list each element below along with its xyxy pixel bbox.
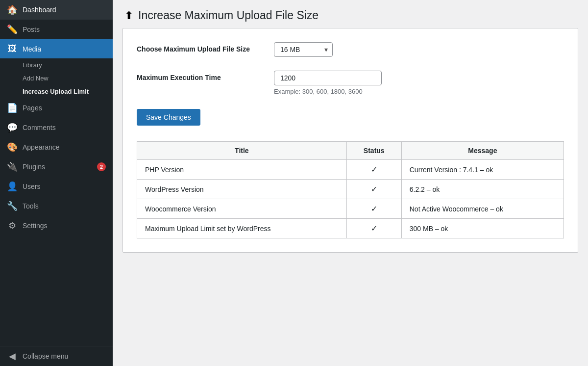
table-row: Maximum Upload Limit set by WordPress ✓ … [137,219,564,238]
sidebar-item-comments[interactable]: 💬 Comments [0,118,113,137]
collapse-menu-button[interactable]: ◀ Collapse menu [0,346,113,366]
active-indicator [109,45,113,53]
upload-size-field: 8 MB 16 MB 32 MB 64 MB 128 MB 256 MB [274,42,564,57]
exec-time-hint: Example: 300, 600, 1800, 3600 [274,88,564,95]
sidebar-item-label: Comments [23,124,106,131]
table-cell-status: ✓ [346,180,401,199]
content-area: Choose Maximum Upload File Size 8 MB 16 … [122,28,578,253]
users-icon: 👤 [7,181,18,192]
table-row: PHP Version ✓ Current Version : 7.4.1 – … [137,160,564,180]
main-content: ⬆ Increase Maximum Upload File Size Choo… [113,0,588,366]
media-submenu: Library Add New Increase Upload Limit [0,58,113,98]
tools-icon: 🔧 [7,201,18,211]
table-cell-title: Woocommerce Version [137,199,347,219]
sidebar-item-label: Tools [23,202,106,210]
upload-size-label: Choose Maximum Upload File Size [137,42,264,53]
info-table: Title Status Message PHP Version ✓ Curre… [137,141,564,238]
sidebar-item-label: Media [23,45,106,53]
sidebar-item-pages[interactable]: 📄 Pages [0,98,113,118]
plugins-icon: 🔌 [7,161,18,172]
sidebar-item-label: Dashboard [23,6,106,14]
upload-size-row: Choose Maximum Upload File Size 8 MB 16 … [137,42,564,57]
table-cell-message: Not Active Woocommerce – ok [401,199,564,219]
table-header-message: Message [401,142,564,160]
sidebar-item-settings[interactable]: ⚙ Settings [0,216,113,235]
upload-size-select[interactable]: 8 MB 16 MB 32 MB 64 MB 128 MB 256 MB [274,42,333,57]
table-cell-message: Current Version : 7.4.1 – ok [401,160,564,180]
table-header-title: Title [137,142,347,160]
table-cell-title: PHP Version [137,160,347,180]
exec-time-row: Maximum Execution Time Example: 300, 600… [137,71,564,95]
dashboard-icon: 🏠 [7,4,18,15]
save-changes-button[interactable]: Save Changes [137,109,200,126]
sidebar-item-users[interactable]: 👤 Users [0,177,113,196]
sidebar: 🏠 Dashboard ✏️ Posts 🖼 Media Library Add… [0,0,113,366]
sidebar-item-label: Users [23,183,106,190]
media-icon: 🖼 [7,44,18,54]
plugins-badge: 2 [97,162,106,171]
page-header: ⬆ Increase Maximum Upload File Size [113,0,588,28]
table-cell-status: ✓ [346,160,401,180]
sidebar-item-add-new[interactable]: Add New [23,72,113,85]
table-cell-title: Maximum Upload Limit set by WordPress [137,219,347,238]
posts-icon: ✏️ [7,24,18,35]
sidebar-item-plugins[interactable]: 🔌 Plugins 2 [0,157,113,177]
settings-icon: ⚙ [7,220,18,231]
table-row: Woocommerce Version ✓ Not Active Woocomm… [137,199,564,219]
table-header-status: Status [346,142,401,160]
sidebar-item-label: Posts [23,26,106,33]
collapse-icon: ◀ [7,351,18,362]
upload-size-select-wrapper: 8 MB 16 MB 32 MB 64 MB 128 MB 256 MB [274,42,333,57]
sidebar-item-library[interactable]: Library [23,58,113,72]
table-cell-status: ✓ [346,219,401,238]
table-cell-message: 6.2.2 – ok [401,180,564,199]
sidebar-item-label: Settings [23,222,106,230]
page-title: Increase Maximum Upload File Size [138,9,318,22]
page-title-icon: ⬆ [124,9,133,22]
exec-time-input[interactable] [274,71,382,85]
exec-time-label: Maximum Execution Time [137,71,264,81]
sidebar-item-posts[interactable]: ✏️ Posts [0,20,113,39]
sidebar-item-dashboard[interactable]: 🏠 Dashboard [0,0,113,20]
table-cell-title: WordPress Version [137,180,347,199]
appearance-icon: 🎨 [7,142,18,153]
table-cell-status: ✓ [346,199,401,219]
sidebar-item-label: Pages [23,104,106,112]
collapse-menu-label: Collapse menu [23,352,106,360]
comments-icon: 💬 [7,122,18,133]
save-row: Save Changes [137,109,564,126]
sidebar-item-label: Plugins [23,163,92,171]
sidebar-item-increase-upload-limit[interactable]: Increase Upload Limit [23,85,113,98]
sidebar-item-appearance[interactable]: 🎨 Appearance [0,137,113,157]
sidebar-item-label: Appearance [23,143,106,151]
sidebar-item-tools[interactable]: 🔧 Tools [0,196,113,216]
sidebar-item-media[interactable]: 🖼 Media [0,39,113,58]
table-row: WordPress Version ✓ 6.2.2 – ok [137,180,564,199]
pages-icon: 📄 [7,103,18,113]
exec-time-field: Example: 300, 600, 1800, 3600 [274,71,564,95]
table-cell-message: 300 MB – ok [401,219,564,238]
